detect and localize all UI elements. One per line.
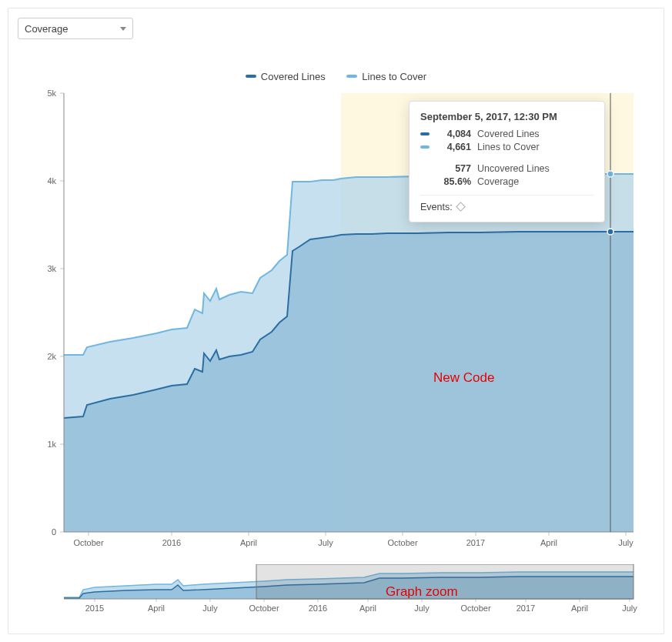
tooltip-label: Covered Lines bbox=[477, 129, 540, 139]
legend-swatch bbox=[346, 75, 357, 78]
svg-text:2017: 2017 bbox=[466, 538, 485, 547]
metric-dropdown[interactable]: Coverage bbox=[18, 18, 133, 39]
svg-text:2017: 2017 bbox=[517, 604, 535, 613]
minimap-chart[interactable]: 2015AprilJulyOctober2016AprilJulyOctober… bbox=[18, 564, 654, 618]
tooltip-title: September 5, 2017, 12:30 PM bbox=[420, 111, 593, 122]
svg-rect-57 bbox=[256, 564, 634, 599]
svg-text:July: July bbox=[202, 604, 218, 613]
svg-text:October: October bbox=[387, 538, 417, 547]
chart-tooltip: September 5, 2017, 12:30 PM 4,084 Covere… bbox=[409, 101, 605, 222]
legend-swatch bbox=[246, 75, 256, 78]
metric-dropdown-label: Coverage bbox=[25, 23, 68, 35]
tooltip-swatch bbox=[420, 145, 430, 149]
svg-text:5k: 5k bbox=[47, 89, 56, 98]
svg-text:2016: 2016 bbox=[309, 604, 327, 613]
svg-text:October: October bbox=[73, 538, 103, 547]
tooltip-value: 4,084 bbox=[436, 129, 471, 139]
svg-point-32 bbox=[607, 171, 613, 177]
tooltip-label: Coverage bbox=[477, 176, 519, 187]
svg-text:2k: 2k bbox=[47, 352, 56, 361]
svg-text:July: July bbox=[618, 538, 634, 547]
svg-text:4k: 4k bbox=[47, 176, 56, 186]
svg-text:0: 0 bbox=[52, 527, 56, 537]
tooltip-row: 85.6% Coverage bbox=[420, 176, 593, 187]
chevron-down-icon bbox=[120, 27, 126, 31]
main-chart[interactable]: 01k2k3k4k5kOctober2016AprilJulyOctober20… bbox=[18, 85, 654, 555]
tooltip-row: 577 Uncovered Lines bbox=[420, 163, 593, 174]
svg-text:April: April bbox=[240, 538, 257, 547]
svg-text:July: July bbox=[622, 604, 637, 613]
svg-text:April: April bbox=[540, 538, 557, 547]
svg-text:April: April bbox=[571, 604, 588, 613]
svg-text:3k: 3k bbox=[47, 264, 56, 273]
tooltip-value: 577 bbox=[436, 163, 471, 174]
svg-text:October: October bbox=[460, 604, 490, 613]
legend-item-covered: Covered Lines bbox=[246, 71, 326, 82]
tooltip-events-label: Events: bbox=[420, 202, 453, 212]
legend-label: Covered Lines bbox=[261, 71, 326, 82]
chart-legend: Covered Lines Lines to Cover bbox=[18, 69, 654, 82]
diamond-icon bbox=[456, 202, 466, 212]
legend-item-lines-to-cover: Lines to Cover bbox=[346, 71, 426, 82]
tooltip-value: 4,661 bbox=[436, 142, 471, 152]
tooltip-swatch bbox=[420, 132, 430, 135]
svg-text:July: July bbox=[414, 604, 430, 613]
legend-label: Lines to Cover bbox=[362, 71, 426, 82]
svg-text:April: April bbox=[359, 604, 376, 613]
svg-text:July: July bbox=[318, 538, 333, 547]
svg-point-33 bbox=[607, 229, 613, 235]
tooltip-row: 4,084 Covered Lines bbox=[420, 129, 593, 139]
tooltip-value: 85.6% bbox=[436, 176, 471, 187]
svg-text:April: April bbox=[148, 604, 165, 613]
tooltip-label: Lines to Cover bbox=[477, 142, 540, 152]
svg-text:2015: 2015 bbox=[85, 604, 104, 613]
svg-text:1k: 1k bbox=[47, 440, 56, 449]
tooltip-events: Events: bbox=[420, 195, 593, 212]
svg-text:2016: 2016 bbox=[162, 538, 181, 547]
tooltip-row: 4,661 Lines to Cover bbox=[420, 142, 593, 152]
svg-text:October: October bbox=[249, 604, 279, 613]
coverage-panel: Coverage Covered Lines Lines to Cover 01… bbox=[8, 8, 664, 634]
tooltip-label: Uncovered Lines bbox=[477, 163, 550, 174]
minimap-svg: 2015AprilJulyOctober2016AprilJulyOctober… bbox=[18, 564, 657, 618]
